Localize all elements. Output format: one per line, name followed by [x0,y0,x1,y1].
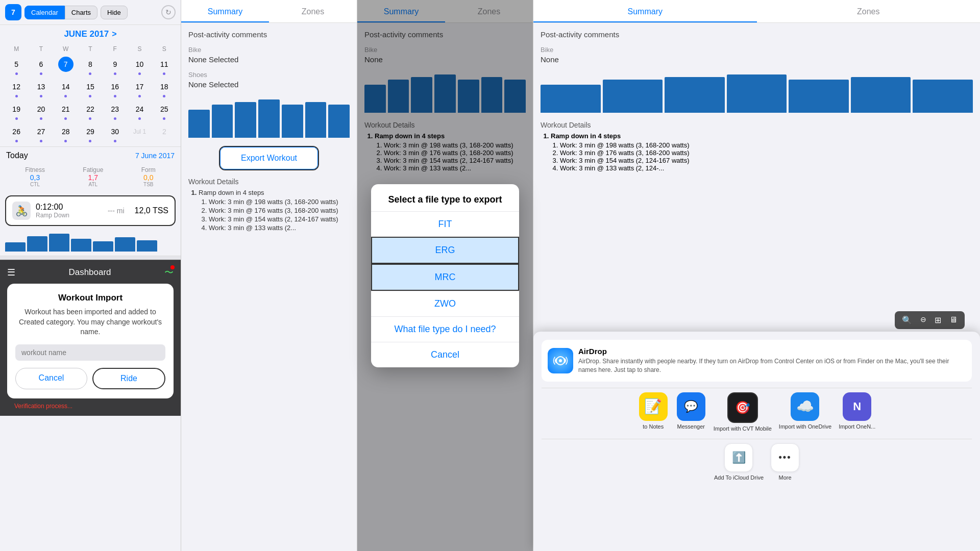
onen-app-icon: N [843,392,871,421]
export-workout-button[interactable]: Export Workout [220,147,318,169]
bar [258,99,280,138]
export-help-link[interactable]: What file type do I need? [371,316,519,342]
airdrop-svg [552,353,569,369]
cal-day[interactable]: 5 [4,55,29,77]
tab-summary[interactable]: Summary [181,0,269,22]
cal-day[interactable]: 18 [152,77,177,99]
workout-item[interactable]: 🚴 0:12:00 Ramp Down --- mi 12,0 TSS [5,195,176,226]
weekday-headers: M T W T F S S [4,43,177,55]
cal-day-other[interactable]: 2 [152,122,177,144]
tab-zones-p4[interactable]: Zones [757,0,981,22]
cal-day[interactable]: 23 [103,99,127,122]
view-tabs: Calendar Charts [24,6,97,19]
ride-button[interactable]: Ride [92,368,165,389]
cal-day[interactable]: 24 [127,99,152,122]
calendar-days: 5 6 7 8 9 10 11 12 13 14 15 16 17 18 19 … [4,55,177,144]
panel-share: Summary Zones Post-activity comments Bik… [533,0,980,551]
cal-day[interactable]: 10 [127,55,152,77]
bar [913,80,973,113]
month-forward-arrow[interactable]: > [112,30,116,39]
export-option-mrc[interactable]: MRC [371,264,519,291]
cal-day[interactable]: 8 [78,55,103,77]
export-cancel-button[interactable]: Cancel [371,342,519,367]
share-app-messenger[interactable]: 💬 Messenger [676,392,706,432]
cal-day[interactable]: 13 [29,77,53,99]
cal-day[interactable]: 27 [29,122,53,144]
bar [328,105,350,138]
summary-tabs: Summary Zones [181,0,357,23]
cal-day[interactable]: 30 [103,122,127,144]
action-icloud-drive[interactable]: ⬆️ Add To iCloud Drive [714,443,764,481]
cal-day[interactable]: 21 [54,99,78,122]
zoom-out-button[interactable]: ⊖ [917,314,929,326]
fullscreen-button[interactable]: 🖥 [946,314,961,326]
zoom-in-button[interactable]: 🔍 [899,314,915,326]
metrics-row: Fitness 0,3 CTL Fatigue 1,7 ATL Form 0,0… [0,164,181,191]
airdrop-icon [548,348,573,373]
bar [541,85,601,113]
dashboard-title: Dashboard [68,267,111,278]
export-overlay: Select a file type to export FIT ERG MRC… [357,0,533,551]
export-option-erg[interactable]: ERG [371,237,519,264]
expand-button[interactable]: ⊞ [932,314,944,326]
bar [282,105,303,138]
cal-day[interactable]: 12 [4,77,29,99]
cal-day[interactable]: 17 [127,77,152,99]
share-app-cvt[interactable]: 🎯 Import with CVT Mobile [714,392,772,432]
share-app-notes[interactable]: 📝 to Notes [638,392,669,432]
cal-day[interactable]: 9 [103,55,127,77]
action-more[interactable]: ••• More [771,443,799,481]
export-option-fit[interactable]: FIT [371,211,519,237]
share-app-onedrive[interactable]: ☁️ Import with OneDrive [779,392,831,432]
cal-day-today[interactable]: 7 [54,55,78,77]
cal-day[interactable]: 29 [78,122,103,144]
tab-charts[interactable]: Charts [65,6,97,19]
dashboard-header: ☰ Dashboard 〜 [7,266,174,279]
panel-export: Summary Zones Post-activity comments Bik… [357,0,533,551]
share-app-onen[interactable]: N Import OneN... [839,392,875,432]
hide-button[interactable]: Hide [101,6,128,19]
cal-day[interactable]: 28 [54,122,78,144]
bar [305,102,327,138]
cal-day-other[interactable]: Jul 1 [127,122,152,144]
refresh-button[interactable]: ↻ [161,5,176,19]
export-option-zwo[interactable]: ZWO [371,291,519,316]
cal-day[interactable]: 25 [152,99,177,122]
cal-day[interactable]: 16 [103,77,127,99]
step-1: Ramp down in 4 steps Work: 3 min @ 198 w… [199,189,350,232]
workout-name-input[interactable] [15,344,165,361]
p4-steps: Ramp down in 4 steps Work: 3 min @ 198 w… [541,132,973,172]
cal-day[interactable]: 26 [4,122,29,144]
panel4-bar-chart [541,72,973,113]
svg-point-1 [559,359,562,362]
date-badge: 7 [5,4,21,20]
today-date: 7 June 2017 [135,152,175,160]
cal-day[interactable]: 6 [29,55,53,77]
cal-day[interactable]: 11 [152,55,177,77]
cancel-button[interactable]: Cancel [15,368,87,389]
today-section: Today 7 June 2017 [0,146,181,164]
cal-day[interactable]: 20 [29,99,53,122]
cal-day[interactable]: 14 [54,77,78,99]
tab-summary-p4[interactable]: Summary [533,0,757,22]
bar [851,77,911,113]
zoom-toolbar: 🔍 ⊖ ⊞ 🖥 [895,311,965,329]
small-bar-chart [0,230,181,256]
tab-zones[interactable]: Zones [269,0,357,22]
bar [727,74,787,113]
tab-calendar[interactable]: Calendar [24,6,65,19]
panel-calendar: 7 Calendar Charts Hide ↻ JUNE 2017 > M T… [0,0,181,551]
share-apps-row: 📝 to Notes 💬 Messenger 🎯 Import with CVT… [542,392,972,432]
fitness-metric: Fitness 0,3 CTL [25,166,45,187]
sub-step: Work: 3 min @ 198 watts (3, 168-200 watt… [209,198,350,206]
cal-day[interactable]: 22 [78,99,103,122]
bar [603,80,663,113]
sub-step: Work: 3 min @ 133 watts (2... [209,224,350,232]
sub-step: Work: 3 min @ 176 watts (3, 168-200 watt… [209,207,350,214]
more-icon: ••• [771,443,799,472]
cal-day[interactable]: 15 [78,77,103,99]
hamburger-icon[interactable]: ☰ [7,267,15,278]
cal-day[interactable]: 19 [4,99,29,122]
bar [49,234,69,252]
calendar-grid: M T W T F S S 5 6 7 8 9 10 11 12 13 14 1… [0,43,181,144]
